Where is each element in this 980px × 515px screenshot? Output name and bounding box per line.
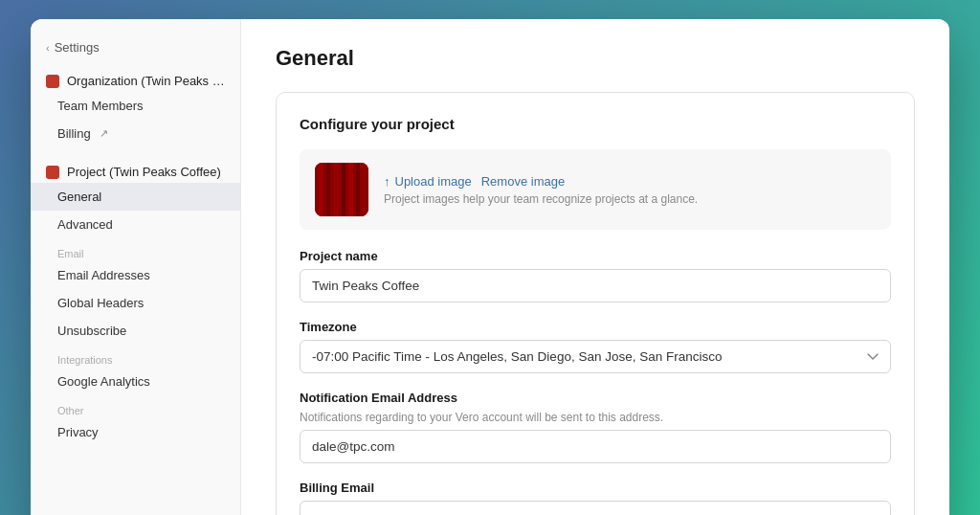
project-section-header: Project (Twin Peaks Coffee) — [31, 157, 240, 183]
svg-rect-2 — [326, 163, 330, 216]
svg-rect-5 — [348, 163, 353, 216]
main-content: General Configure your project — [241, 19, 949, 515]
back-label: Settings — [55, 40, 100, 55]
sidebar-item-unsubscribe[interactable]: Unsubscribe — [31, 317, 240, 345]
billing-label: Billing — [57, 126, 91, 141]
google-analytics-label: Google Analytics — [57, 374, 150, 389]
sidebar: ‹ Settings Organization (Twin Peaks … Te… — [31, 19, 241, 515]
project-name-input[interactable] — [300, 269, 891, 302]
timezone-select[interactable]: -07:00 Pacific Time - Los Angeles, San D… — [300, 340, 891, 373]
project-section-label: Project (Twin Peaks Coffee) — [67, 165, 221, 179]
integrations-group-label: Integrations — [31, 345, 240, 368]
sidebar-item-advanced[interactable]: Advanced — [31, 211, 240, 238]
remove-btn-label: Remove image — [481, 174, 565, 189]
remove-image-button[interactable]: Remove image — [481, 174, 565, 189]
upload-actions: ↑ Upload image Remove image Project imag… — [384, 174, 698, 206]
svg-rect-6 — [356, 163, 360, 216]
card-title: Configure your project — [300, 116, 891, 132]
upload-btn-label: Upload image — [395, 174, 472, 189]
sidebar-item-billing[interactable]: Billing ↗ — [31, 120, 240, 147]
sidebar-item-general[interactable]: General — [31, 183, 240, 211]
upload-image-button[interactable]: ↑ Upload image — [384, 174, 472, 189]
notification-email-input[interactable] — [300, 430, 891, 463]
org-section-header: Organization (Twin Peaks … — [31, 66, 240, 92]
image-upload-row: ↑ Upload image Remove image Project imag… — [300, 149, 891, 230]
org-section-label: Organization (Twin Peaks … — [67, 74, 225, 88]
svg-rect-3 — [333, 163, 339, 216]
upload-hint: Project images help your team recognize … — [384, 192, 698, 206]
project-name-group: Project name — [300, 249, 891, 302]
sidebar-item-google-analytics[interactable]: Google Analytics — [31, 368, 240, 395]
general-label: General — [57, 190, 101, 204]
notification-email-label: Notification Email Address — [300, 391, 891, 405]
notification-email-sublabel: Notifications regarding to your Vero acc… — [300, 411, 891, 424]
back-button[interactable]: ‹ Settings — [31, 36, 240, 66]
svg-rect-7 — [362, 163, 367, 216]
billing-email-group: Billing Email — [300, 481, 891, 515]
upload-icon: ↑ — [384, 174, 390, 189]
advanced-label: Advanced — [57, 217, 113, 232]
project-thumbnail — [315, 163, 368, 216]
sidebar-item-privacy[interactable]: Privacy — [31, 418, 240, 446]
other-group-label: Other — [31, 395, 240, 418]
sidebar-item-email-addresses[interactable]: Email Addresses — [31, 261, 240, 289]
privacy-label: Privacy — [57, 425, 99, 439]
chevron-left-icon: ‹ — [46, 42, 50, 54]
sidebar-item-global-headers[interactable]: Global Headers — [31, 289, 240, 317]
svg-rect-1 — [319, 163, 323, 216]
project-dot-icon — [46, 166, 59, 179]
email-group-label: Email — [31, 238, 240, 261]
email-addresses-label: Email Addresses — [57, 268, 150, 282]
svg-rect-4 — [342, 163, 345, 216]
sidebar-item-team-members[interactable]: Team Members — [31, 92, 240, 120]
timezone-label: Timezone — [300, 320, 891, 334]
upload-buttons: ↑ Upload image Remove image — [384, 174, 698, 189]
billing-email-label: Billing Email — [300, 481, 891, 495]
org-dot-icon — [46, 75, 59, 88]
unsubscribe-label: Unsubscribe — [57, 324, 126, 338]
billing-email-input[interactable] — [300, 501, 891, 515]
page-title: General — [276, 46, 915, 71]
timezone-group: Timezone -07:00 Pacific Time - Los Angel… — [300, 320, 891, 373]
team-members-label: Team Members — [57, 99, 144, 113]
configure-card: Configure your project — [276, 92, 915, 515]
app-window: ‹ Settings Organization (Twin Peaks … Te… — [31, 19, 949, 515]
notification-email-group: Notification Email Address Notifications… — [300, 391, 891, 463]
global-headers-label: Global Headers — [57, 296, 144, 310]
thumbnail-svg — [315, 163, 368, 216]
external-link-icon: ↗ — [100, 127, 108, 140]
project-name-label: Project name — [300, 249, 891, 263]
